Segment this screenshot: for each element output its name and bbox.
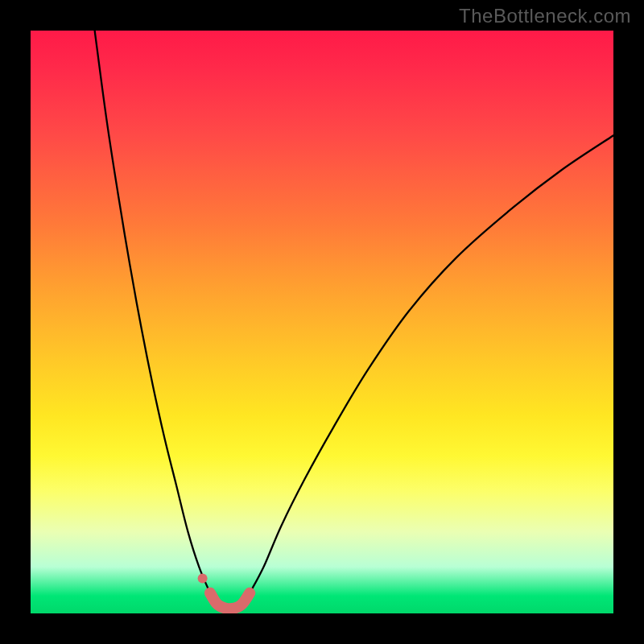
bottleneck-curve — [95, 31, 613, 609]
bottleneck-curve-svg — [31, 31, 613, 613]
plot-area — [31, 31, 613, 613]
chart-frame: TheBottleneck.com — [0, 0, 644, 644]
attribution-text: TheBottleneck.com — [459, 5, 631, 27]
curve-marker-dot — [198, 574, 208, 584]
bottleneck-basin-highlight — [210, 593, 250, 609]
